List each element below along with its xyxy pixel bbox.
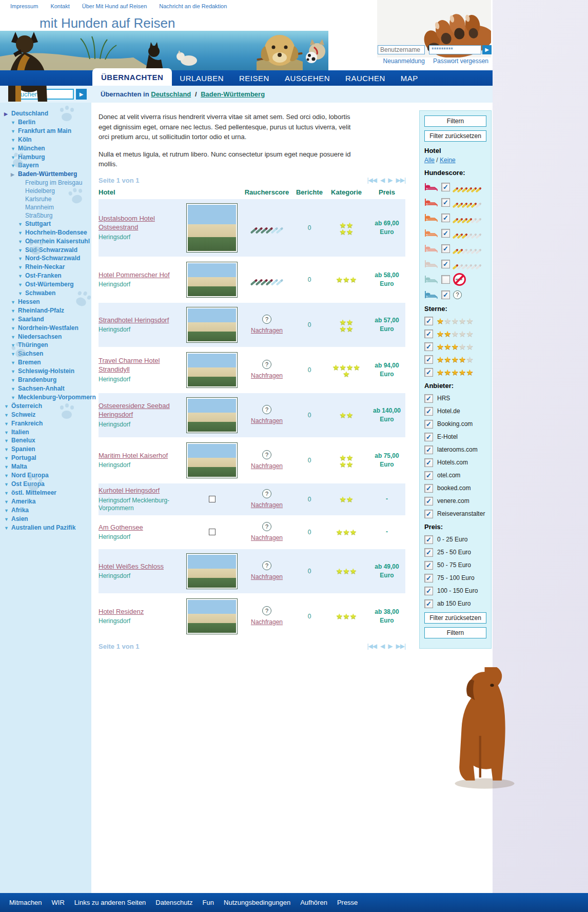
preis-checkbox[interactable] — [424, 574, 433, 583]
sidebar-item[interactable]: ▼Nordrhein-Westfalen — [0, 324, 91, 333]
nav-tab[interactable]: REISEN — [231, 70, 277, 86]
sidebar-item[interactable]: ▼Köln — [0, 136, 91, 145]
hotel-name-link[interactable]: Travel Charme Hotel Strandidyll — [99, 356, 185, 374]
hotel-name-link[interactable]: Strandhotel Heringsdorf — [99, 316, 169, 325]
anbieter-checkbox[interactable] — [424, 420, 433, 429]
hundescore-checkbox[interactable] — [441, 275, 450, 284]
first-page-icon[interactable]: |◀◀ — [367, 177, 377, 184]
sidebar-item[interactable]: ▼Ost Europa — [0, 480, 91, 489]
sidebar-item[interactable]: ▼Asien — [0, 515, 91, 524]
footer-link[interactable]: Datenschutz — [155, 899, 192, 906]
prev-page-icon[interactable]: ◀ — [380, 177, 384, 184]
anbieter-checkbox[interactable] — [424, 445, 433, 454]
sidebar-item[interactable]: ▼Oberrhein Kaiserstuhl — [0, 238, 91, 246]
hotel-name-link[interactable]: Ostseeresidenz Seebad Heringsdorf — [99, 401, 185, 419]
preis-checkbox[interactable] — [424, 535, 433, 544]
tree-arrow-icon[interactable]: ▼ — [4, 455, 11, 463]
hotel-name-link[interactable]: Hotel Pommerscher Hof — [99, 270, 170, 280]
sidebar-item[interactable]: ▼Afrika — [0, 507, 91, 515]
footer-link[interactable]: Links zu anderen Seiten — [74, 899, 146, 906]
tree-arrow-icon[interactable]: ▼ — [11, 394, 18, 402]
sidebar-item[interactable]: ▼Stuttgart — [0, 220, 91, 229]
sidebar-item[interactable]: ▼Berlin — [0, 119, 91, 127]
filter-reset-button-top[interactable]: Filter zurücksetzen — [424, 130, 486, 142]
sidebar-item[interactable]: ▼Benelux — [0, 437, 91, 445]
tree-arrow-icon[interactable]: ▼ — [18, 290, 25, 298]
forgot-password-link[interactable]: Passwort vergessen — [433, 57, 488, 65]
footer-link[interactable]: Mitmachen — [9, 899, 42, 906]
footer-link[interactable]: Aufhören — [300, 899, 327, 906]
tree-arrow-icon[interactable]: ▼ — [4, 446, 11, 454]
nachfragen-link[interactable]: Nachfragen — [251, 462, 283, 470]
filter-reset-button-bottom[interactable]: Filter zurücksetzen — [424, 612, 486, 624]
sidebar-item[interactable]: ▼Bremen — [0, 359, 91, 367]
topbar-link[interactable]: Über Mit Hund auf Reisen — [82, 3, 147, 9]
sidebar-item[interactable]: ▼Rheinland-Pfalz — [0, 307, 91, 316]
footer-link[interactable]: Presse — [337, 899, 358, 906]
tree-arrow-icon[interactable]: ▼ — [4, 463, 11, 472]
nachfragen-link[interactable]: Nachfragen — [251, 573, 283, 580]
tree-arrow-icon[interactable]: ▼ — [4, 481, 11, 489]
hotel-photo[interactable] — [186, 553, 238, 589]
tree-arrow-icon[interactable]: ▼ — [18, 264, 25, 272]
sidebar-item[interactable]: ▼Rhein-Neckar — [0, 263, 91, 272]
username-input[interactable] — [378, 45, 425, 54]
hotel-photo[interactable] — [186, 352, 238, 388]
sidebar-item[interactable]: ▼Sachsen-Anhalt — [0, 385, 91, 394]
preis-checkbox[interactable] — [424, 587, 433, 595]
nachfragen-link[interactable]: Nachfragen — [251, 501, 283, 509]
sidebar-item[interactable]: ▼Mecklenburg-Vorpommern — [0, 394, 91, 402]
filter-apply-button-top[interactable]: Filtern — [424, 115, 486, 127]
hotel-photo[interactable] — [186, 598, 238, 634]
sidebar-item[interactable]: ▼Italien — [0, 429, 91, 437]
tree-arrow-icon[interactable]: ▼ — [18, 281, 25, 289]
tree-arrow-icon[interactable]: ▼ — [11, 368, 18, 376]
sidebar-item[interactable]: ▼Ost-Würtemberg — [0, 281, 91, 289]
tree-arrow-icon[interactable]: ▼ — [18, 238, 25, 246]
tree-arrow-icon[interactable]: ▼ — [4, 420, 11, 429]
sterne-checkbox[interactable] — [424, 368, 433, 377]
tree-arrow-icon[interactable]: ▼ — [11, 307, 18, 316]
tree-arrow-icon[interactable]: ▼ — [4, 507, 11, 515]
nav-tab[interactable]: ÜBERNACHTEN — [92, 68, 172, 86]
tree-arrow-icon[interactable]: ▼ — [11, 325, 18, 333]
register-link[interactable]: Neuanmeldung — [383, 57, 425, 65]
tree-arrow-icon[interactable]: ▼ — [11, 385, 18, 394]
tree-arrow-icon[interactable]: ▼ — [18, 229, 25, 238]
nachfragen-link[interactable]: Nachfragen — [251, 327, 283, 334]
topbar-link[interactable]: Nachricht an die Redaktion — [159, 3, 227, 9]
hundescore-checkbox[interactable] — [441, 244, 450, 253]
anbieter-checkbox[interactable] — [424, 407, 433, 416]
first-page-icon[interactable]: |◀◀ — [367, 643, 377, 650]
select-none-link[interactable]: Keine — [440, 157, 456, 164]
sidebar-item[interactable]: ▼Ost-Franken — [0, 272, 91, 281]
tree-arrow-icon[interactable]: ▼ — [11, 299, 18, 307]
tree-arrow-icon[interactable]: ▼ — [4, 412, 11, 420]
tree-arrow-icon[interactable]: ▶ — [4, 110, 11, 119]
hundescore-checkbox[interactable] — [441, 183, 450, 191]
sterne-checkbox[interactable] — [424, 317, 433, 325]
anbieter-checkbox[interactable] — [424, 471, 433, 480]
tree-arrow-icon[interactable]: ▼ — [18, 255, 25, 263]
prev-page-icon[interactable]: ◀ — [380, 643, 384, 650]
hundescore-checkbox[interactable] — [441, 260, 450, 268]
hotel-photo[interactable] — [186, 397, 238, 433]
nachfragen-link[interactable]: Nachfragen — [251, 417, 283, 424]
sidebar-item[interactable]: ▼Amerika — [0, 498, 91, 507]
sidebar-item[interactable]: ▼Nord Europa — [0, 472, 91, 480]
hotel-photo[interactable] — [186, 262, 238, 298]
sidebar-item[interactable]: ▼Niedersachsen — [0, 333, 91, 342]
sidebar-item[interactable]: ▼Australien und Pazifik — [0, 524, 91, 533]
sidebar-item[interactable]: ▼München — [0, 145, 91, 153]
hotel-name-link[interactable]: Kurhotel Heringsdorf — [99, 486, 160, 495]
anbieter-checkbox[interactable] — [424, 484, 433, 493]
sidebar-item[interactable]: Straßburg — [0, 212, 91, 220]
tree-arrow-icon[interactable]: ▼ — [11, 145, 18, 153]
select-all-link[interactable]: Alle — [424, 157, 435, 164]
tree-arrow-icon[interactable]: ▼ — [11, 359, 18, 367]
sidebar-item[interactable]: ▼Schleswig-Holstein — [0, 367, 91, 376]
sidebar-item[interactable]: ▼Frankfurt am Main — [0, 127, 91, 136]
hotel-name-link[interactable]: Maritim Hotel Kaiserhof — [99, 451, 168, 460]
filter-apply-button-bottom[interactable]: Filtern — [424, 627, 486, 638]
tree-arrow-icon[interactable]: ▼ — [11, 377, 18, 385]
